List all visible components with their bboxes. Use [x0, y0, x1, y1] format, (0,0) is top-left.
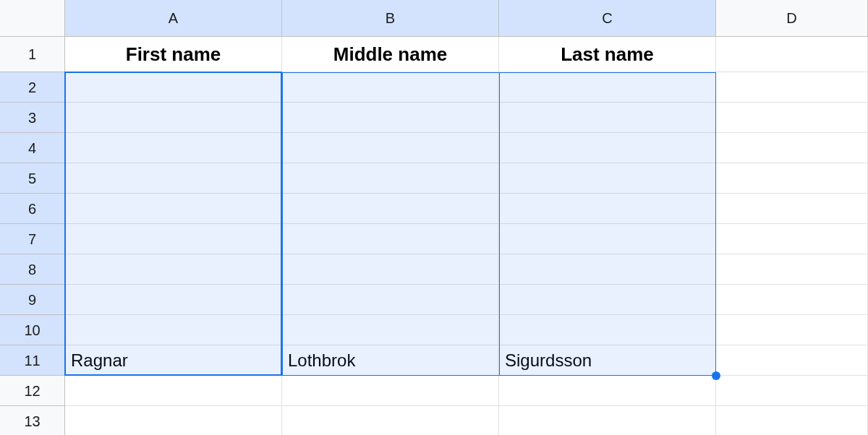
cell-C11[interactable]: Sigurdsson [499, 345, 716, 376]
cell-C1[interactable]: Last name [499, 37, 716, 72]
cell-D7[interactable] [716, 224, 868, 254]
cell-B6[interactable] [282, 194, 499, 224]
cell-B1[interactable]: Middle name [282, 37, 499, 72]
col-header-C[interactable]: C [499, 0, 716, 37]
cell-D6[interactable] [716, 194, 868, 224]
select-all-corner[interactable] [0, 0, 65, 37]
cell-B3[interactable] [282, 103, 499, 133]
cell-B2[interactable] [282, 72, 499, 103]
cell-B13[interactable] [282, 406, 499, 435]
cell-A7[interactable] [65, 224, 282, 254]
cell-D9[interactable] [716, 285, 868, 315]
cell-A11[interactable]: Ragnar [65, 345, 282, 376]
cell-B11[interactable]: Lothbrok [282, 345, 499, 376]
cell-C6[interactable] [499, 194, 716, 224]
cell-A12[interactable] [65, 376, 282, 406]
cell-A10[interactable] [65, 315, 282, 345]
row-header-7[interactable]: 7 [0, 224, 65, 254]
cell-C2[interactable] [499, 72, 716, 103]
cell-B5[interactable] [282, 163, 499, 194]
cell-A4[interactable] [65, 133, 282, 163]
cell-A9[interactable] [65, 285, 282, 315]
cell-D10[interactable] [716, 315, 868, 345]
cell-C7[interactable] [499, 224, 716, 254]
cell-D8[interactable] [716, 254, 868, 285]
cell-B4[interactable] [282, 133, 499, 163]
cell-D4[interactable] [716, 133, 868, 163]
cell-C9[interactable] [499, 285, 716, 315]
cell-C4[interactable] [499, 133, 716, 163]
row-header-10[interactable]: 10 [0, 315, 65, 345]
row-header-12[interactable]: 12 [0, 376, 65, 406]
col-header-D[interactable]: D [716, 0, 868, 37]
row-header-8[interactable]: 8 [0, 254, 65, 285]
cell-B7[interactable] [282, 224, 499, 254]
cell-C3[interactable] [499, 103, 716, 133]
selection-fill-handle[interactable] [712, 371, 720, 380]
row-header-3[interactable]: 3 [0, 103, 65, 133]
cell-B8[interactable] [282, 254, 499, 285]
cell-C12[interactable] [499, 376, 716, 406]
row-header-5[interactable]: 5 [0, 163, 65, 194]
cell-A5[interactable] [65, 163, 282, 194]
row-header-2[interactable]: 2 [0, 72, 65, 103]
cell-A8[interactable] [65, 254, 282, 285]
cell-D5[interactable] [716, 163, 868, 194]
col-header-A[interactable]: A [65, 0, 282, 37]
col-header-B[interactable]: B [282, 0, 499, 37]
cell-A2[interactable] [65, 72, 282, 103]
row-header-11[interactable]: 11 [0, 345, 65, 376]
cell-A3[interactable] [65, 103, 282, 133]
cell-B10[interactable] [282, 315, 499, 345]
cell-D13[interactable] [716, 406, 868, 435]
cell-A13[interactable] [65, 406, 282, 435]
cell-B9[interactable] [282, 285, 499, 315]
cell-C5[interactable] [499, 163, 716, 194]
cell-B12[interactable] [282, 376, 499, 406]
row-header-4[interactable]: 4 [0, 133, 65, 163]
cell-D2[interactable] [716, 72, 868, 103]
cell-C10[interactable] [499, 315, 716, 345]
cell-D11[interactable] [716, 345, 868, 376]
row-header-9[interactable]: 9 [0, 285, 65, 315]
cell-C8[interactable] [499, 254, 716, 285]
cell-D3[interactable] [716, 103, 868, 133]
row-header-13[interactable]: 13 [0, 406, 65, 435]
cell-D12[interactable] [716, 376, 868, 406]
spreadsheet-grid[interactable]: A B C D 1 2 3 4 5 6 7 8 9 10 11 12 13 Fi… [0, 0, 868, 435]
row-header-6[interactable]: 6 [0, 194, 65, 224]
cell-C13[interactable] [499, 406, 716, 435]
cell-A1[interactable]: First name [65, 37, 282, 72]
row-header-1[interactable]: 1 [0, 37, 65, 72]
cell-D1[interactable] [716, 37, 868, 72]
cell-A6[interactable] [65, 194, 282, 224]
